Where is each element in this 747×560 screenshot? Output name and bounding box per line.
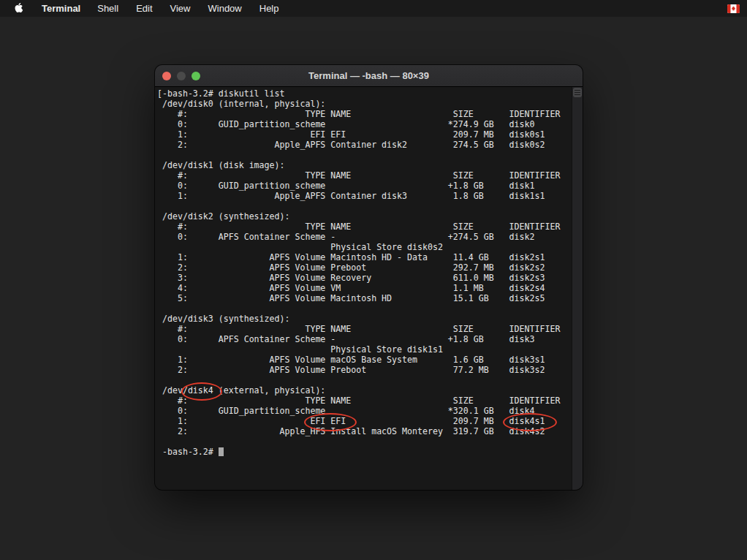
terminal-content[interactable]: [-bash-3.2# diskutil list ] /dev/disk0 (…	[155, 87, 583, 490]
minimize-button[interactable]	[177, 72, 186, 80]
terminal-cursor	[219, 447, 224, 456]
menu-item-window[interactable]: Window	[207, 3, 243, 14]
annotation-circle-efi-efi	[304, 413, 357, 431]
menu-bar: Terminal Shell Edit View Window Help	[0, 0, 747, 17]
zoom-button[interactable]	[192, 72, 200, 80]
apple-logo-icon	[15, 3, 25, 15]
menu-item-shell[interactable]: Shell	[96, 3, 120, 14]
canada-flag-icon[interactable]	[727, 4, 740, 13]
menu-item-help[interactable]: Help	[258, 3, 281, 14]
window-title: Terminal — -bash — 80×39	[155, 70, 583, 81]
window-titlebar[interactable]: Terminal — -bash — 80×39	[155, 65, 583, 87]
menu-item-terminal[interactable]: Terminal	[40, 3, 82, 14]
terminal-text[interactable]: [-bash-3.2# diskutil list ] /dev/disk0 (…	[155, 87, 583, 457]
menu-item-edit[interactable]: Edit	[134, 3, 153, 14]
apple-menu-icon[interactable]	[15, 3, 25, 15]
close-button[interactable]	[162, 72, 171, 80]
menu-item-view[interactable]: View	[169, 3, 192, 14]
terminal-window: Terminal — -bash — 80×39 [-bash-3.2# dis…	[155, 65, 583, 490]
split-pane-icon[interactable]	[573, 88, 582, 97]
annotation-circle-disk4s1	[503, 413, 557, 431]
traffic-lights	[162, 72, 200, 80]
scrollbar-track[interactable]	[572, 87, 583, 490]
annotation-circle-disk4	[181, 382, 222, 401]
